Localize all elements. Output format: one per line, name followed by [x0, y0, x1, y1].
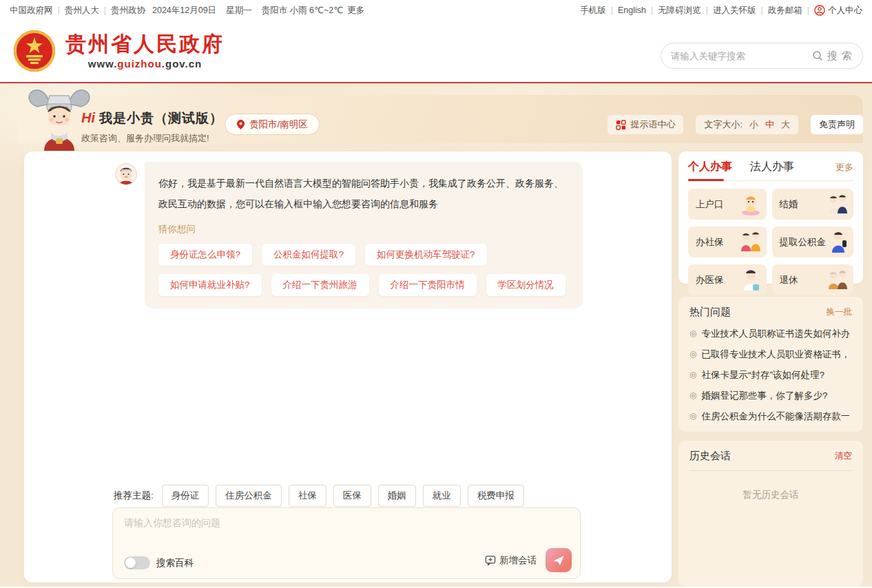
link-zhengxie[interactable]: 贵州政协	[111, 5, 145, 17]
link-accessibility[interactable]: 无障碍浏览	[658, 5, 701, 17]
refresh-batch-button[interactable]: 换一批	[827, 306, 853, 318]
guess-label: 猜你想问	[158, 223, 569, 235]
topic-button[interactable]: 婚姻	[378, 485, 416, 507]
prompt-center-button[interactable]: 提示语中心	[608, 115, 683, 134]
site-url: www.guizhou.gov.cn	[65, 58, 225, 70]
topics-label: 推荐主题:	[114, 490, 154, 502]
tab-legal-affairs[interactable]: 法人办事	[750, 160, 794, 174]
bot-avatar	[115, 163, 137, 185]
site-name: 贵州省人民政府	[65, 32, 225, 56]
user-center-label: 个人中心	[828, 5, 862, 17]
link-mobile[interactable]: 手机版	[580, 5, 606, 17]
location-selector[interactable]: 贵阳市/南明区	[225, 114, 320, 135]
topbar-right: 手机版 English 无障碍浏览 进入关怀版 政务邮箱 个人中心	[580, 5, 862, 17]
font-size-large[interactable]: 大	[781, 118, 790, 131]
bullet-icon: ◎	[689, 328, 696, 339]
disclaimer-button[interactable]: 免责声明	[811, 115, 863, 134]
clear-history-button[interactable]: 清空	[835, 450, 852, 462]
search-button[interactable]: 搜 索	[812, 50, 853, 63]
main-area: Hi 我是小贵（测试版） 政策咨询、服务办理问我就搞定! 贵阳市/南明区 提示语…	[0, 83, 872, 587]
paper-plane-icon	[552, 554, 565, 567]
services-panel: 个人办事 法人办事 更多 上户口 结婚	[678, 151, 863, 284]
topic-button[interactable]: 住房公积金	[216, 485, 282, 507]
link-care-version[interactable]: 进入关怀版	[713, 5, 756, 17]
service-label: 办社保	[696, 236, 724, 249]
history-title: 历史会话	[689, 450, 731, 463]
suggestion-chip[interactable]: 如何更换机动车驾驶证?	[365, 244, 487, 266]
logo-text: 贵州省人民政府 www.guizhou.gov.cn	[65, 32, 225, 70]
user-center-link[interactable]: 个人中心	[814, 5, 862, 17]
site-logo[interactable]: 贵州省人民政府 www.guizhou.gov.cn	[12, 29, 225, 73]
toggle-knob	[125, 558, 136, 568]
service-label: 退休	[780, 274, 798, 286]
send-button[interactable]	[546, 548, 572, 572]
topic-button[interactable]: 社保	[289, 485, 326, 507]
elderly-couple-illustration-icon	[824, 267, 851, 293]
hot-question-item[interactable]: ◎ 社保卡显示“封存”该如何处理?	[689, 369, 852, 381]
service-label: 上户口	[696, 198, 724, 211]
assistant-greeting: Hi 我是小贵（测试版） 政策咨询、服务办理问我就搞定!	[81, 109, 223, 145]
service-hukou[interactable]: 上户口	[688, 189, 767, 220]
separator	[611, 6, 613, 15]
greeting-title: 我是小贵（测试版）	[99, 109, 223, 127]
site-search: 搜 索	[661, 43, 863, 69]
topic-button[interactable]: 医保	[333, 485, 371, 507]
hot-question-item[interactable]: ◎ 专业技术人员职称证书遗失如何补办?	[689, 328, 852, 339]
hot-question-item[interactable]: ◎ 已取得专业技术人员职业资格证书，还...	[689, 348, 852, 360]
separator	[706, 6, 708, 15]
service-housing-fund[interactable]: 提取公积金	[772, 227, 854, 258]
suggestion-chips: 身份证怎么申领? 公积金如何提取? 如何更换机动车驾驶证? 如何申请就业补贴? …	[158, 244, 569, 296]
suggestion-chip[interactable]: 公积金如何提取?	[262, 244, 355, 266]
baby-illustration-icon	[738, 191, 764, 218]
new-chat-icon	[485, 555, 496, 566]
url-domain: guizhou	[117, 58, 161, 70]
chat-panel: 你好，我是基于最新一代自然语言大模型的智能问答助手小贵，我集成了政务公开、政务服…	[24, 151, 672, 582]
suggestion-chip[interactable]: 如何申请就业补贴?	[158, 274, 262, 296]
suggestion-chip[interactable]: 身份证怎么申领?	[158, 244, 252, 266]
link-gov-cn[interactable]: 中国政府网	[10, 5, 53, 17]
service-retirement[interactable]: 退休	[772, 264, 854, 295]
bullet-icon: ◎	[689, 369, 696, 381]
service-medical-insurance[interactable]: 办医保	[688, 264, 767, 295]
chat-input[interactable]	[124, 517, 510, 545]
doctor-illustration-icon	[738, 267, 764, 293]
service-social-insurance[interactable]: 办社保	[688, 227, 767, 258]
wiki-toggle-label: 搜索百科	[156, 557, 194, 569]
history-empty-text: 暂无历史会话	[689, 489, 852, 501]
suggestion-chip[interactable]: 介绍一下贵州旅游	[271, 274, 369, 296]
topic-button[interactable]: 身份证	[162, 485, 209, 507]
hot-question-text: 专业技术人员职称证书遗失如何补办?	[701, 328, 849, 339]
search-wiki-toggle[interactable]	[124, 556, 150, 569]
topbar-left: 中国政府网 贵州人大 贵州政协 2024年12月09日 星期一 贵阳市 小雨 6…	[10, 5, 364, 17]
page: 中国政府网 贵州人大 贵州政协 2024年12月09日 星期一 贵阳市 小雨 6…	[0, 0, 872, 588]
link-renda[interactable]: 贵州人大	[65, 5, 99, 17]
topic-button[interactable]: 就业	[423, 485, 461, 507]
recommended-topics: 推荐主题: 身份证 住房公积金 社保 医保 婚姻 就业 税费申报	[114, 485, 524, 507]
new-session-button[interactable]: 新增会话	[485, 554, 537, 567]
hot-question-text: 已取得专业技术人员职业资格证书，还...	[701, 348, 849, 360]
topic-button[interactable]: 税费申报	[468, 485, 524, 507]
link-english[interactable]: English	[618, 6, 646, 15]
services-tabs: 个人办事 法人办事 更多	[688, 160, 853, 181]
suggestion-chip[interactable]: 介绍一下贵阳市情	[379, 274, 477, 296]
font-size-medium[interactable]: 中	[765, 118, 774, 131]
wedding-couple-illustration-icon	[824, 191, 851, 218]
link-gov-mail[interactable]: 政务邮箱	[768, 5, 802, 17]
hot-question-item[interactable]: ◎ 住房公积金为什么不能像活期存款一样...	[689, 410, 852, 422]
weather-more-link[interactable]: 更多	[347, 5, 364, 17]
separator	[104, 6, 106, 15]
national-emblem-icon	[12, 29, 56, 73]
send-row: 新增会话	[485, 548, 572, 572]
separator	[807, 6, 809, 15]
grid-icon	[616, 120, 626, 130]
chat-input-box: 搜索百科 新增会话	[112, 507, 581, 579]
tab-personal-affairs[interactable]: 个人办事	[688, 160, 732, 174]
bot-avatar-icon	[116, 164, 136, 185]
suggestion-chip[interactable]: 学区划分情况	[486, 274, 565, 296]
search-input[interactable]	[671, 51, 812, 61]
font-size-small[interactable]: 小	[749, 118, 758, 131]
hot-question-item[interactable]: ◎ 婚姻登记那些事，你了解多少?	[689, 390, 852, 401]
service-marriage[interactable]: 结婚	[772, 189, 854, 220]
disclaimer-label: 免责声明	[819, 118, 855, 131]
services-more-link[interactable]: 更多	[835, 161, 853, 174]
